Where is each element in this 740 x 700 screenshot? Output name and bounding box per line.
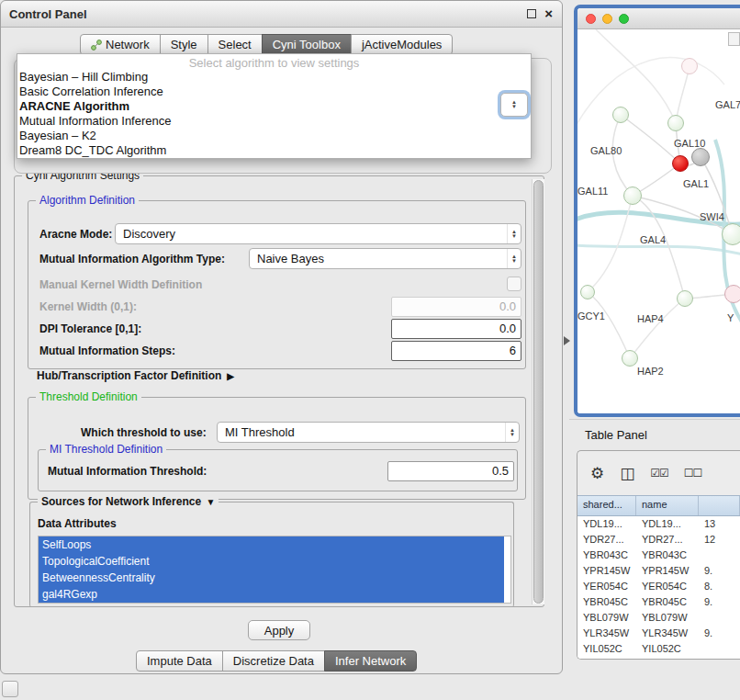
node-label: GAL1: [683, 178, 709, 189]
combo-arrows-icon: ▲▼: [507, 224, 521, 243]
float-window-icon[interactable]: [527, 9, 536, 18]
dropdown-item[interactable]: Dream8 DC_TDC Algorithm: [17, 143, 531, 158]
network-view-window: GAL80 GAL10 GAL7 GAL11 GAL1 SWI4 GAL4 GC…: [574, 5, 740, 417]
network-window-titlebar: [577, 8, 740, 29]
tab-select[interactable]: Select: [207, 34, 263, 55]
minimize-traffic-light-icon[interactable]: [602, 14, 612, 24]
tab-jactivemodules[interactable]: jActiveModules: [351, 34, 453, 55]
network-node[interactable]: [724, 285, 740, 303]
hub-definition-toggle[interactable]: Hub/Transcription Factor Definition▶: [37, 369, 234, 382]
tab-infer-network[interactable]: Infer Network: [324, 650, 417, 672]
apply-button[interactable]: Apply: [248, 620, 310, 640]
close-icon[interactable]: ×: [544, 7, 553, 20]
table-row[interactable]: YPR145WYPR145W9.: [577, 563, 740, 579]
network-node[interactable]: [722, 223, 740, 245]
network-node[interactable]: [612, 107, 629, 123]
which-threshold-label: Which threshold to use:: [81, 426, 207, 439]
settings-scrollbar[interactable]: [532, 179, 544, 604]
list-item[interactable]: BetweennessCentrality: [39, 570, 504, 586]
table-row[interactable]: YER054CYER054C8.: [577, 579, 740, 594]
network-canvas[interactable]: GAL80 GAL10 GAL7 GAL11 GAL1 SWI4 GAL4 GC…: [577, 29, 740, 414]
scrollbar-thumb[interactable]: [533, 180, 544, 604]
columns-icon[interactable]: ◫: [620, 466, 634, 481]
zoom-traffic-light-icon[interactable]: [619, 14, 629, 24]
tab-discretize-data[interactable]: Discretize Data: [222, 650, 325, 672]
dpi-tolerance-field[interactable]: 0.0: [391, 319, 521, 339]
dropdown-item-selected[interactable]: ARACNE Algorithm: [17, 99, 531, 114]
manual-kernel-label: Manual Kernel Width Definition: [39, 278, 202, 291]
aracne-mode-select[interactable]: Discovery ▲▼: [115, 223, 521, 244]
dpi-tolerance-label: DPI Tolerance [0,1]:: [39, 322, 141, 335]
tab-cyni-toolbox[interactable]: Cyni Toolbox: [262, 34, 352, 55]
chevron-right-icon: ▶: [227, 371, 234, 381]
select-all-icon[interactable]: ☑☑: [650, 466, 668, 481]
group-title: MI Threshold Definition: [46, 443, 166, 456]
close-traffic-light-icon[interactable]: [586, 14, 596, 24]
list-item[interactable]: TopologicalCoefficient: [39, 553, 504, 570]
collapsed-panel-icon[interactable]: [2, 681, 18, 697]
dropdown-item[interactable]: Bayesian – K2: [17, 129, 531, 143]
group-title: Algorithm Definition: [36, 194, 139, 207]
network-node[interactable]: [622, 350, 638, 367]
node-label: HAP4: [637, 313, 664, 324]
deselect-all-icon[interactable]: ☐☐: [684, 466, 702, 481]
column-header[interactable]: name: [636, 496, 699, 515]
column-header[interactable]: shared...: [577, 496, 636, 515]
tab-impute-data[interactable]: Impute Data: [136, 650, 223, 672]
chevron-down-icon: ▼: [511, 105, 517, 109]
table-row[interactable]: YDL19...YDL19...13: [577, 516, 740, 532]
aracne-mode-label: Aracne Mode:: [39, 228, 112, 241]
table-row[interactable]: YLR345WYLR345W9.: [577, 626, 740, 641]
combo-arrows-icon: ▲▼: [507, 249, 521, 268]
network-icon: [91, 40, 102, 51]
network-node[interactable]: [667, 115, 684, 131]
table-row[interactable]: YIL052CYIL052C: [577, 641, 740, 657]
control-panel-titlebar: Control Panel ×: [1, 1, 562, 28]
gear-icon[interactable]: ⚙: [590, 466, 604, 481]
list-item[interactable]: gal4RGexp: [39, 586, 504, 603]
network-node-selected-red[interactable]: [672, 155, 689, 172]
tab-network[interactable]: Network: [80, 34, 161, 55]
mi-steps-field[interactable]: 6: [391, 341, 521, 361]
sources-toggle[interactable]: Sources for Network Inference ▼: [38, 495, 219, 508]
column-header[interactable]: [699, 496, 740, 515]
table-row[interactable]: YBR045CYBR045C9.: [577, 594, 740, 610]
dropdown-item[interactable]: Bayesian – Hill Climbing: [17, 70, 531, 85]
algorithm-dropdown-popup: Select algorithm to view settings Bayesi…: [17, 53, 532, 159]
network-node[interactable]: [580, 285, 595, 299]
dropdown-item[interactable]: Mutual Information Inference: [17, 114, 531, 129]
algorithm-combo-stepper[interactable]: ▲ ▼: [500, 93, 528, 117]
network-node[interactable]: [677, 290, 693, 307]
node-label: GAL80: [590, 145, 622, 156]
window-title: Control Panel: [9, 7, 87, 21]
data-attributes-label: Data Attributes: [38, 517, 117, 530]
table-header: shared... name: [577, 495, 740, 516]
network-scrollbar-button[interactable]: [728, 32, 740, 46]
control-panel-tabs: Network Style Select Cyni Toolbox jActiv…: [80, 34, 453, 55]
table-body: YDL19...YDL19...13 YDR27...YDR27...12 YB…: [577, 516, 740, 660]
mi-type-select[interactable]: Naive Bayes ▲▼: [249, 248, 521, 269]
desktop: Control Panel × Network Style Select Cyn…: [0, 0, 740, 700]
sources-group: Sources for Network Inference ▼ Data Att…: [29, 502, 514, 607]
table-panel-window: ⚙ ◫ ☑☑ ☐☐ shared... name YDL19...YDL19..…: [577, 450, 740, 660]
control-panel-window: Control Panel × Network Style Select Cyn…: [0, 0, 563, 674]
network-node[interactable]: [691, 148, 710, 166]
tab-style[interactable]: Style: [160, 34, 208, 55]
dropdown-item[interactable]: Basic Correlation Inference: [17, 85, 531, 99]
node-label: SWI4: [700, 211, 724, 222]
network-node[interactable]: [623, 186, 642, 205]
table-row[interactable]: YBR043CYBR043C: [577, 548, 740, 563]
table-row[interactable]: YBL079WYBL079W: [577, 610, 740, 626]
network-node[interactable]: [681, 58, 698, 74]
table-row[interactable]: YDR27...YDR27...12: [577, 532, 740, 548]
manual-kernel-checkbox[interactable]: [507, 277, 521, 291]
cyni-algorithm-settings-group: Cyni Algorithm Settings Algorithm Defini…: [14, 175, 544, 607]
which-threshold-select[interactable]: MI Threshold ▲▼: [217, 422, 520, 443]
list-item[interactable]: SelfLoops: [39, 536, 504, 553]
cyni-mode-tabs: Impute Data Discretize Data Infer Networ…: [136, 650, 417, 672]
kernel-width-field[interactable]: 0.0: [391, 297, 521, 317]
panel-splitter-arrow[interactable]: [564, 336, 570, 345]
chevron-down-icon: ▼: [206, 497, 215, 507]
mi-threshold-field[interactable]: 0.5: [387, 461, 514, 481]
table-toolbar: ⚙ ◫ ☑☑ ☐☐: [577, 451, 740, 495]
